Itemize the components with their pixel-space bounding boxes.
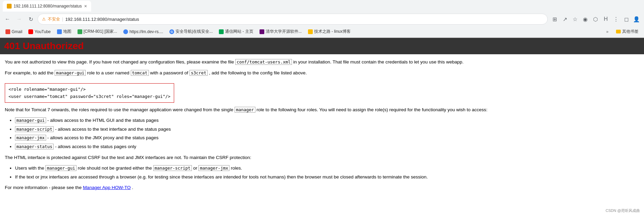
extension1-button[interactable]: ⬡ — [591, 14, 600, 24]
code-line-1: <role rolename="manager-gui"/> — [9, 86, 170, 93]
code-block: <role rolename="manager-gui"/> <user use… — [5, 83, 174, 103]
list-item: manager-script - allows access to the te… — [15, 126, 639, 133]
csrf0-code2: manager-script — [153, 165, 192, 171]
back-button[interactable]: ← — [3, 14, 12, 24]
bookmark-crm[interactable]: [CRM-801] [国家... — [75, 27, 120, 36]
role-desc-3: - allows access to the status pages only — [55, 144, 136, 149]
paragraph-5: For more information - please see the Ma… — [5, 184, 639, 191]
role-code-1: manager-script — [15, 126, 54, 132]
csrf-list: Users with the manager-gui role should n… — [15, 164, 639, 181]
role-code-0: manager-gui — [15, 117, 46, 123]
para5-prefix: For more information - please see the — [5, 185, 82, 190]
url-text[interactable]: 192.168.111.12:8080/manager/status — [65, 17, 543, 22]
insecure-label: 不安全 — [48, 16, 60, 22]
extension2-button[interactable]: H — [601, 14, 611, 24]
para2-mid2: with a password of — [150, 70, 188, 75]
main-body: You are not authorized to view this page… — [0, 54, 644, 199]
csrf0-code1: manager-gui — [45, 165, 76, 171]
page-title: 401 Unauthorized — [4, 41, 84, 51]
bookmark-lmdev[interactable]: https://lm.dev-rs.... — [121, 28, 166, 35]
gmail-icon — [5, 29, 10, 34]
tab-bar: 192.168.111.12:8080/manager/status ✕ — [0, 0, 644, 12]
ditu-label: 地图 — [63, 29, 71, 34]
csrf0-mid: role should not be granted either the — [78, 165, 152, 171]
code-line-2: <user username="tomcat" password="s3cret… — [9, 93, 170, 100]
manager-ref-code: manager — [235, 107, 255, 113]
browser-chrome: 192.168.111.12:8080/manager/status ✕ ← →… — [0, 0, 644, 38]
folder-icon — [616, 30, 621, 33]
tab-label: 192.168.111.12:8080/manager/status — [14, 4, 82, 9]
paragraph-3: Note that for Tomcat 7 onwards, the role… — [5, 106, 639, 114]
translate-button[interactable]: ⊞ — [550, 14, 559, 24]
role-desc-0: - allows access to the HTML GUI and the … — [47, 118, 159, 123]
active-tab[interactable]: 192.168.111.12:8080/manager/status ✕ — [3, 1, 91, 12]
para1-cont: in your installation. That file must con… — [293, 59, 464, 64]
bookmark-tsinghua[interactable]: 清华大学开源软件... — [257, 27, 305, 36]
linux-icon — [308, 29, 313, 34]
more-button[interactable]: ⋮ — [611, 14, 621, 24]
bookmark-gmail[interactable]: Gmail — [3, 28, 25, 35]
csrf0-mid2: or — [193, 165, 197, 171]
bookmark-linux[interactable]: 技术之路 - linux博客 — [305, 27, 353, 36]
para2-mid1: role to a user named — [87, 70, 129, 75]
bookmark-button[interactable]: ☆ — [570, 14, 580, 24]
csrf0-prefix: Users with the — [15, 165, 44, 171]
tab-close-button[interactable]: ✕ — [84, 4, 87, 9]
crm-label: [CRM-801] [国家... — [84, 29, 117, 34]
nav-actions: ⊞ ↗ ☆ ◉ ⬡ H ⋮ ◻ 👤 — [550, 14, 641, 24]
comms-label: 通信网站 - 主页 — [225, 29, 253, 34]
pass-ref-code: s3cret — [190, 70, 208, 76]
para1-text: You are not authorized to view this page… — [5, 59, 234, 64]
bookmarks-bar: Gmail YouTube 地图 [CRM-801] [国家... https:… — [0, 26, 644, 38]
bookmark-folder[interactable]: 其他书签 — [613, 27, 641, 36]
list-item: manager-status - allows access to the st… — [15, 143, 639, 150]
reload-button[interactable]: ↻ — [26, 14, 36, 24]
bookmark-youtube[interactable]: YouTube — [26, 28, 53, 35]
para2-prefix: For example, to add the — [5, 70, 54, 75]
security-icon: G — [169, 29, 174, 34]
role-desc-1: - allows access to the text interface an… — [55, 127, 171, 132]
address-bar[interactable]: ⚠ 不安全 | 192.168.111.12:8080/manager/stat… — [38, 14, 548, 25]
bookmark-ditu[interactable]: 地图 — [54, 27, 74, 36]
role-ref-code: manager-gui — [55, 70, 86, 76]
bookmark-security[interactable]: G 安全导航|在线安全... — [167, 27, 215, 36]
roles-list: manager-gui - allows access to the HTML … — [15, 117, 639, 150]
comms-icon — [219, 29, 224, 34]
lmdev-label: https://lm.dev-rs.... — [129, 29, 163, 34]
user-ref-code: tomcat — [131, 70, 149, 76]
para5-suffix: . — [132, 185, 133, 190]
csrf0-code3: manager-jmx — [198, 165, 229, 171]
manager-howto-link[interactable]: Manager App HOW-TO — [83, 185, 131, 190]
paragraph-2: For example, to add the manager-gui role… — [5, 69, 639, 77]
tab-favicon — [7, 4, 12, 9]
para2-end: , add the following to the config file l… — [209, 70, 307, 75]
window-button[interactable]: ◻ — [621, 14, 631, 24]
more-bookmarks[interactable]: » — [603, 28, 611, 35]
list-item: manager-gui - allows access to the HTML … — [15, 117, 639, 124]
account-button[interactable]: 👤 — [632, 14, 641, 24]
para3-prefix: Note that for Tomcat 7 onwards, the role… — [5, 107, 233, 112]
share-button[interactable]: ↗ — [560, 14, 570, 24]
page-header: 401 Unauthorized — [0, 38, 644, 54]
lmdev-icon — [123, 29, 128, 34]
paragraph-1: You are not authorized to view this page… — [5, 58, 639, 66]
profile-button[interactable]: ◉ — [580, 14, 590, 24]
bookmark-comms[interactable]: 通信网站 - 主页 — [216, 27, 256, 36]
forward-button[interactable]: → — [14, 14, 24, 24]
role-desc-2: - allows access to the JMX proxy and the… — [47, 135, 159, 140]
tsinghua-label: 清华大学开源软件... — [266, 29, 302, 34]
crm-icon — [78, 29, 82, 34]
role-code-2: manager-jmx — [15, 135, 46, 141]
folder-label: 其他书签 — [622, 29, 639, 34]
csrf-item-1: If the text or jmx interfaces are access… — [15, 173, 639, 181]
file-ref-code: conf/tomcat-users.xml — [235, 59, 292, 65]
security-label: 安全导航|在线安全... — [176, 29, 213, 34]
linux-label: 技术之路 - linux博客 — [314, 29, 351, 34]
page-content: 401 Unauthorized You are not authorized … — [0, 38, 644, 199]
insecure-icon: ⚠ — [42, 17, 46, 21]
youtube-icon — [28, 29, 33, 34]
tsinghua-icon — [260, 29, 264, 34]
role-code-3: manager-status — [15, 144, 54, 149]
list-item: manager-jmx - allows access to the JMX p… — [15, 134, 639, 142]
ditu-icon — [57, 29, 62, 34]
